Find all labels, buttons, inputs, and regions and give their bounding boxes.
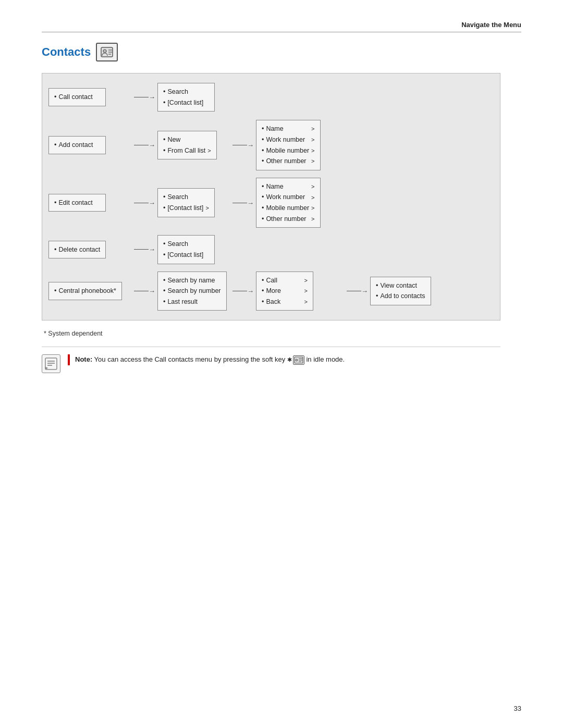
arrow-3: → <box>230 141 256 149</box>
contacts-heading: Contacts <box>42 43 521 61</box>
menu-box-col1-add: •New •From Call list > <box>157 131 217 159</box>
menu-box-col1-delete: •Search •[Contact list] <box>157 235 215 264</box>
system-note: * System dependent <box>44 330 521 337</box>
arrow-7: → <box>132 287 157 295</box>
menu-box-col2-central: •Call > •More > •Back > <box>256 272 313 311</box>
svg-point-10 <box>296 359 298 361</box>
row-edit-contact: • Edit contact → •Search •[Contact list]… <box>48 178 494 228</box>
menu-box-col0-add: • Add contact <box>48 136 106 154</box>
row-call-contact: • Call contact → •Search •[Contact list] <box>48 83 494 112</box>
page-number: 33 <box>514 705 521 712</box>
row-delete-contact: • Delete contact → •Search •[Contact lis… <box>48 235 494 264</box>
menu-box-col0-central: • Central phonebook* <box>48 282 122 300</box>
header-title: Navigate the Menu <box>461 21 521 29</box>
menu-box-col1-edit: •Search •[Contact list] > <box>157 188 215 217</box>
arrow-1: → <box>132 93 157 101</box>
note-box: Note: You can access the Call contacts m… <box>42 347 500 373</box>
arrow-2: → <box>132 141 157 149</box>
item-call-contact: • Call contact <box>54 92 100 103</box>
col1-edit-contact: •Search •[Contact list] > <box>157 188 230 217</box>
menu-box-col3-central: •View contact •Add to contacts <box>370 277 431 305</box>
menu-box-col0-edit: • Edit contact <box>48 194 106 212</box>
arrow-8: → <box>230 287 256 295</box>
arrow-9: → <box>345 287 370 295</box>
menu-box-col1-call: •Search •[Contact list] <box>157 83 215 112</box>
note-message: You can access the Call contacts menu by… <box>94 355 287 363</box>
note-icon <box>42 354 60 373</box>
col1-call-contact: •Search •[Contact list] <box>157 83 230 112</box>
col3-central: •View contact •Add to contacts <box>370 277 448 305</box>
menu-diagram: • Call contact → •Search •[Contact list] <box>42 73 500 320</box>
row-add-contact: • Add contact → •New •From Call list > → <box>48 120 494 170</box>
col0-edit-contact: • Edit contact <box>48 194 132 212</box>
col2-edit-contact: •Name > •Work number > •Mobile number > … <box>256 178 345 228</box>
col1-add-contact: •New •From Call list > <box>157 131 230 159</box>
menu-box-col2-add: •Name > •Work number > •Mobile number > … <box>256 120 321 170</box>
col0-add-contact: • Add contact <box>48 136 132 154</box>
note-content: Note: You can access the Call contacts m… <box>68 354 345 365</box>
soft-key-symbol: ✱ <box>287 355 304 365</box>
contacts-icon <box>96 43 118 61</box>
menu-box-col1-central: •Search by name •Search by number •Last … <box>157 272 227 311</box>
col2-add-contact: •Name > •Work number > •Mobile number > … <box>256 120 345 170</box>
svg-point-1 <box>103 50 106 53</box>
menu-box-col2-edit: •Name > •Work number > •Mobile number > … <box>256 178 321 228</box>
note-suffix: in idle mode. <box>306 355 345 363</box>
arrow-5: → <box>230 199 256 207</box>
col0-call-contact: • Call contact <box>48 88 132 106</box>
col2-central: •Call > •More > •Back > <box>256 272 345 311</box>
col1-delete-contact: •Search •[Contact list] <box>157 235 230 264</box>
contacts-title: Contacts <box>42 45 91 59</box>
col0-central: • Central phonebook* <box>48 282 132 300</box>
row-central-phonebook: • Central phonebook* → •Search by name •… <box>48 272 494 311</box>
arrow-4: → <box>132 199 157 207</box>
header-bar: Navigate the Menu <box>42 21 521 32</box>
menu-box-col0-delete: • Delete contact <box>48 241 106 259</box>
col0-delete-contact: • Delete contact <box>48 241 132 259</box>
note-bold: Note: <box>75 355 92 363</box>
arrow-6: → <box>132 245 157 253</box>
col1-central: •Search by name •Search by number •Last … <box>157 272 230 311</box>
menu-box-col0-call: • Call contact <box>48 88 106 106</box>
